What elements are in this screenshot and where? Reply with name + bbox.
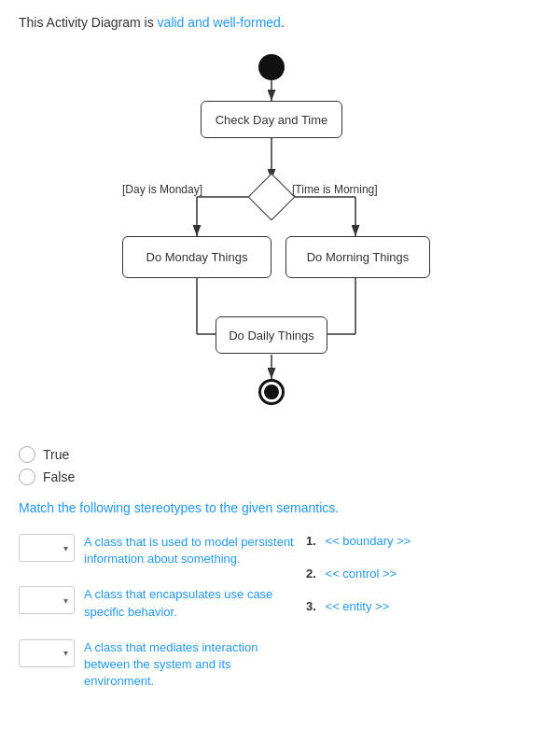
match-question-2: A class that encapsulates use case speci… [84,586,297,620]
match-q2: ▾ A class that encapsulates use case spe… [19,586,297,620]
morning-node: Do Morning Things [285,236,430,278]
match-q1: ▾ A class that is used to model persiste… [19,534,297,567]
match-q3: ▾ A class that mediates interaction betw… [19,639,297,691]
match-answer-3: 3. << entity >> [306,599,524,613]
match-question-3: A class that mediates interaction betwee… [84,639,297,691]
radio-true[interactable]: True [19,446,524,463]
radio-section: True False [19,446,524,485]
match-answer-val-1: << boundary >> [326,534,411,548]
radio-false[interactable]: False [19,469,524,485]
match-answer-1: 1. << boundary >> [306,534,524,548]
match-answer-val-2: << control >> [326,567,397,581]
match-answer-val-3: << entity >> [326,599,390,613]
match-questions-column: ▾ A class that is used to model persiste… [19,534,297,708]
match-answers-column: 1. << boundary >> 2. << control >> 3. <<… [297,534,524,708]
start-node [258,54,285,80]
monday-node: Do Monday Things [122,236,272,278]
guard-morning: [Time is Morning] [292,183,378,196]
radio-false-label: False [43,469,75,484]
radio-false-circle[interactable] [19,469,35,485]
radio-true-label: True [43,447,69,462]
diagram-container: Check Day and Time [Day is Monday] [Time… [19,45,524,427]
activity-diagram: Check Day and Time [Day is Monday] [Time… [104,45,439,427]
match-question-1: A class that is used to model persistent… [84,534,297,567]
match-answer-2: 2. << control >> [306,567,524,581]
chevron-down-icon: ▾ [63,595,68,606]
match-dropdown-2[interactable]: ▾ [19,586,75,614]
match-section: ▾ A class that is used to model persiste… [19,534,524,708]
chevron-down-icon: ▾ [63,543,68,553]
daily-node: Do Daily Things [216,316,327,354]
radio-true-circle[interactable] [19,446,35,463]
end-node [258,379,285,405]
match-dropdown-1[interactable]: ▾ [19,534,75,562]
match-question-text: Match the following stereotypes to the g… [19,500,524,515]
validity-text: This Activity Diagram is valid and well-… [19,15,524,30]
match-dropdown-3[interactable]: ▾ [19,639,75,667]
chevron-down-icon: ▾ [63,648,68,658]
guard-monday: [Day is Monday] [122,183,202,196]
check-node: Check Day and Time [201,101,342,138]
